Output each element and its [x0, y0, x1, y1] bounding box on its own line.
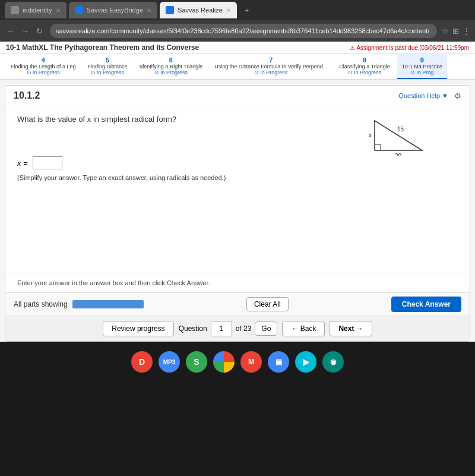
tab7-label: Using the Distance Formula to Verify Per… [214, 64, 327, 70]
mp3-icon[interactable]: MP3 [159, 351, 180, 373]
simplify-note: (Simplify your answer. Type an exact ans… [17, 174, 458, 181]
tab7-num: 7 [269, 56, 273, 64]
tab9-label: 10-1 Ma Practice [402, 64, 442, 70]
drive-taskbar-icon[interactable]: ▣ [268, 351, 289, 373]
tab5-status: ⊙ In Progress [91, 70, 124, 75]
bottom-controls: All parts showing Clear All Check Answer [5, 292, 470, 316]
check-answer-button[interactable]: Check Answer [391, 297, 461, 312]
more-icon[interactable]: ⋮ [463, 27, 470, 36]
tab1-icon [11, 6, 19, 14]
forward-nav-button[interactable]: → [19, 25, 31, 37]
tab-easybridge[interactable]: Savvas EasyBridge ✕ [69, 2, 157, 18]
tab4-label: Finding the Length of a Leg [11, 64, 76, 70]
play-taskbar-icon[interactable]: ▶ [295, 351, 316, 373]
lesson-tab-8[interactable]: 8 Classifying a Triangle ⊙ In Progress [334, 54, 395, 79]
gmail-taskbar-icon[interactable]: M [240, 351, 262, 373]
triangle-15-label: 15 [397, 126, 404, 133]
search-taskbar-icon[interactable]: S [186, 351, 207, 373]
tab6-num: 6 [169, 56, 173, 64]
page-title: 10-1 MathXL The Pythagorean Theorem and … [6, 43, 199, 52]
exercise-number: 10.1.2 [14, 90, 40, 101]
tab-eididentity[interactable]: eididentity ✕ [5, 2, 66, 18]
tab5-label: Finding Distance [88, 64, 128, 70]
tab2-close[interactable]: ✕ [147, 7, 151, 14]
review-progress-button[interactable]: Review progress [103, 321, 173, 336]
tab9-status: ⊙ In Prog [410, 70, 433, 75]
tab4-num: 4 [42, 56, 45, 64]
tab1-label: eididentity [23, 7, 52, 14]
parts-showing: All parts showing [14, 300, 144, 308]
lesson-tabs: 4 Finding the Length of a Leg ⊙ In Progr… [0, 54, 475, 80]
nav-buttons: ← → ↻ [5, 25, 45, 37]
of-label: of 23 [236, 324, 252, 333]
address-bar: ← → ↻ ☆ ⊞ ⋮ [0, 20, 475, 42]
exercise-body: x 15 20 What is the value of x in simple… [5, 106, 470, 273]
taskbar: D MP3 S M ▣ ▶ ◉ [0, 346, 475, 377]
triangle-diagram: x 15 20 [369, 115, 434, 156]
next-button[interactable]: Next → [330, 321, 372, 336]
page-title-bar: 10-1 MathXL The Pythagorean Theorem and … [0, 42, 475, 54]
bookmark-icon[interactable]: ☆ [442, 27, 449, 36]
meet-taskbar-icon[interactable]: ◉ [322, 351, 344, 373]
tab3-icon [166, 6, 174, 14]
browser-actions: ☆ ⊞ ⋮ [442, 27, 470, 36]
docs-icon[interactable]: D [131, 351, 153, 373]
tab7-status: ⊙ In Progress [254, 70, 287, 75]
tab6-status: ⊙ In Progress [154, 70, 188, 75]
lesson-tab-4[interactable]: 4 Finding the Length of a Leg ⊙ In Progr… [6, 54, 81, 79]
tab2-label: Savvas EasyBridge [87, 7, 143, 14]
triangle-20-label: 20 [395, 153, 402, 156]
clear-all-button[interactable]: Clear All [246, 297, 289, 311]
question-nav-label: Question [179, 324, 207, 333]
extensions-icon[interactable]: ⊞ [452, 27, 459, 36]
tab8-num: 8 [363, 56, 366, 64]
browser-chrome: eididentity ✕ Savvas EasyBridge ✕ Savvas… [0, 0, 475, 42]
tab4-status: ⊙ In Progress [27, 70, 60, 75]
settings-icon[interactable]: ⚙ [454, 92, 461, 100]
tab3-close[interactable]: ✕ [226, 7, 231, 14]
go-button[interactable]: Go [255, 321, 277, 336]
question-help-button[interactable]: Question Help ▼ [398, 92, 448, 99]
back-nav-button[interactable]: ← [5, 25, 17, 37]
answer-label: x = [17, 159, 28, 168]
lesson-tab-6[interactable]: 6 Identifying a Right Triangle ⊙ In Prog… [135, 54, 208, 79]
hint-bar: Enter your answer in the answer box and … [5, 273, 470, 292]
refresh-button[interactable]: ↻ [33, 25, 45, 37]
lesson-tab-9[interactable]: 9 10-1 Ma Practice ⊙ In Prog [397, 54, 447, 79]
lesson-tab-5[interactable]: 5 Finding Distance ⊙ In Progress [83, 54, 132, 79]
page-content: 10-1 MathXL The Pythagorean Theorem and … [0, 42, 475, 342]
answer-input[interactable] [33, 156, 62, 169]
hint-text: Enter your answer in the answer box and … [17, 279, 210, 286]
progress-bar [72, 300, 144, 308]
tab9-num: 9 [420, 56, 424, 64]
svg-marker-0 [375, 121, 422, 150]
exercise-header: 10.1.2 Question Help ▼ ⚙ [5, 86, 470, 106]
lesson-tab-7[interactable]: 7 Using the Distance Formula to Verify P… [210, 54, 332, 79]
tab-bar: eididentity ✕ Savvas EasyBridge ✕ Savvas… [0, 0, 475, 20]
tab3-label: Savvas Realize [178, 7, 223, 14]
navigation-bar: Review progress Question of 23 Go ← Back… [5, 316, 470, 341]
tab8-status: ⊙ In Progress [348, 70, 381, 75]
tab-realize[interactable]: Savvas Realize ✕ [160, 2, 237, 18]
answer-area: x = [17, 156, 458, 169]
tab5-num: 5 [106, 56, 109, 64]
tab2-icon [75, 6, 83, 14]
tab6-label: Identifying a Right Triangle [140, 64, 203, 70]
question-nav: Question of 23 Go [179, 321, 278, 336]
tab1-close[interactable]: ✕ [56, 7, 61, 14]
parts-showing-label: All parts showing [14, 300, 68, 308]
assignment-alert: ⚠ Assignment is past due [03/06/21 11:59… [350, 45, 469, 51]
exercise-area: 10.1.2 Question Help ▼ ⚙ x 15 20 [5, 85, 470, 342]
triangle-x-label: x [369, 132, 372, 138]
new-tab-button[interactable]: + [239, 2, 255, 18]
question-number-input[interactable] [211, 321, 232, 336]
chrome-taskbar-icon[interactable] [213, 351, 235, 373]
back-button[interactable]: ← Back [282, 321, 325, 336]
url-bar[interactable] [50, 24, 437, 38]
tab8-label: Classifying a Triangle [339, 64, 390, 70]
